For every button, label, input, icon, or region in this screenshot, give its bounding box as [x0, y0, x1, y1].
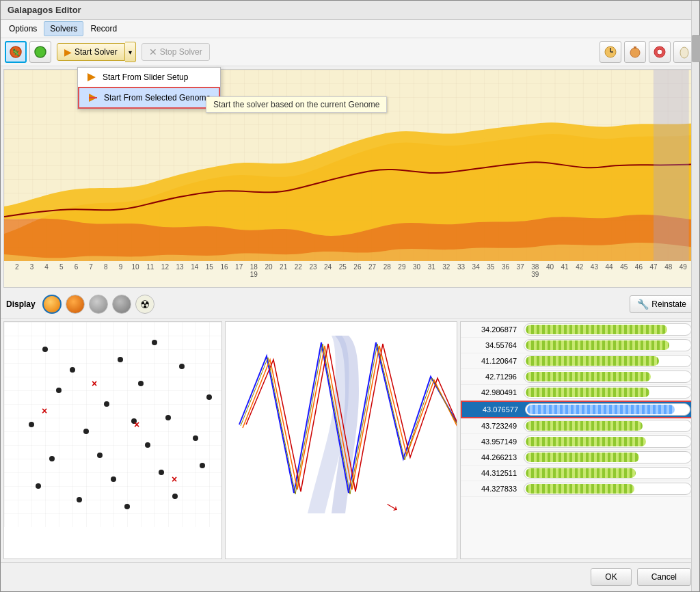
genome-row[interactable]: 44.327833 — [461, 481, 696, 497]
toolbar-timer-icon[interactable] — [624, 41, 646, 63]
x-label: 45 — [617, 263, 632, 278]
x-label: 20 — [261, 263, 276, 278]
genome-bar — [526, 388, 649, 397]
svg-point-27 — [29, 422, 34, 427]
genome-row[interactable]: 34.206877 — [461, 322, 696, 338]
menu-record[interactable]: Record — [85, 22, 122, 36]
genome-scrollbar[interactable] — [691, 321, 697, 559]
genome-row[interactable]: 34.55764 — [461, 338, 696, 353]
svg-point-42 — [172, 494, 178, 499]
svg-text:×: × — [92, 378, 97, 389]
svg-point-34 — [145, 442, 150, 448]
genome-row[interactable]: 43.957149 — [461, 434, 696, 450]
x-label: 48 — [661, 263, 676, 278]
genome-value: 34.206877 — [465, 325, 520, 334]
main-content: 2 3 4 5 6 7 8 9 10 11 12 13 14 15 16 17 … — [1, 66, 699, 562]
toolbar-right-buttons — [600, 41, 695, 63]
svg-point-10 — [680, 47, 688, 58]
toolbar-clock-icon[interactable] — [600, 41, 621, 63]
x-label: 43 — [587, 263, 602, 278]
menu-solvers[interactable]: Solvers — [44, 21, 83, 36]
svg-point-19 — [42, 347, 48, 352]
toolbar-settings-icon[interactable] — [649, 41, 671, 63]
x-label: 36 — [498, 263, 513, 278]
ok-button[interactable]: OK — [591, 568, 631, 586]
genome-value: 44.327833 — [465, 485, 520, 493]
genome-row[interactable]: 42.71296 — [461, 369, 696, 385]
menu-options[interactable]: Options — [3, 22, 42, 36]
cancel-button[interactable]: Cancel — [637, 568, 691, 586]
genome-row[interactable]: 44.312511 — [461, 466, 696, 481]
svg-point-22 — [152, 340, 157, 345]
genome-value: 44.312511 — [465, 469, 520, 477]
genome-icon — [88, 92, 98, 103]
svg-point-36 — [36, 483, 41, 489]
genome-bar-container — [524, 467, 692, 479]
genome-bar — [526, 325, 667, 334]
genome-row-selected[interactable]: 43.076577 — [461, 401, 696, 418]
genome-bar-container — [524, 323, 692, 336]
display-btn-4[interactable] — [112, 295, 131, 314]
reinstate-button[interactable]: 🔧 Reinstate — [630, 295, 694, 313]
stop-solver-button[interactable]: ✕ Stop Solver — [142, 43, 210, 61]
genome-row[interactable]: 42.980491 — [461, 385, 696, 401]
genome-bar-container — [524, 371, 692, 383]
chart-xaxis: 2 3 4 5 6 7 8 9 10 11 12 13 14 15 16 17 … — [4, 263, 696, 278]
svg-point-30 — [165, 415, 171, 420]
start-solver-label: Start Solver — [75, 47, 118, 57]
footer: OK Cancel — [1, 562, 699, 591]
display-btn-2[interactable] — [66, 295, 85, 314]
svg-point-31 — [206, 394, 212, 400]
reinstate-label: Reinstate — [651, 299, 686, 309]
toolbar-btn-left2[interactable] — [29, 41, 51, 63]
start-solver-button[interactable]: ▶ Start Solver — [57, 43, 125, 61]
dropdown-menu: Start From Slider Setup Start From Selec… — [77, 67, 221, 109]
x-label: 12 — [158, 263, 173, 278]
x-label: 25 — [335, 263, 350, 278]
genome-bar — [526, 372, 651, 381]
x-label: 17 — [232, 263, 247, 278]
genome-bar-container — [524, 435, 692, 448]
genome-value-selected: 43.076577 — [466, 405, 521, 414]
x-label: 14 — [187, 263, 202, 278]
display-btn-3[interactable] — [89, 295, 108, 314]
scatter-panel: × × × × — [3, 321, 222, 559]
x-label: 8 — [98, 263, 113, 278]
dropdown-from-genome[interactable]: Start From Selected Genome — [78, 87, 220, 109]
main-window: Galapagos Editor Options Solvers Record … — [0, 0, 700, 592]
genome-bar-container — [524, 339, 692, 351]
x-label: 24 — [321, 263, 336, 278]
play-icon: ▶ — [64, 46, 72, 57]
genome-row[interactable]: 43.723249 — [461, 418, 696, 434]
start-solver-dropdown[interactable]: ▾ — [125, 42, 136, 62]
tooltip-box: Start the solver based on the current Ge… — [206, 96, 387, 113]
svg-point-24 — [104, 401, 109, 407]
genome-value: 42.980491 — [465, 388, 520, 396]
genome-value: 42.71296 — [465, 373, 520, 381]
from-slider-label: Start From Slider Setup — [103, 72, 188, 82]
toolbar-btn-left1[interactable]: 🦎 — [5, 41, 27, 63]
genome-row[interactable]: 44.266213 — [461, 450, 696, 466]
waveform-panel: → — [225, 321, 457, 559]
display-btn-nuclear[interactable]: ☢ — [135, 295, 154, 314]
genome-bar — [526, 453, 639, 462]
svg-point-21 — [118, 357, 123, 362]
genome-bar — [526, 421, 643, 431]
genome-list[interactable]: 34.206877 34.55764 41.120647 — [461, 322, 696, 559]
genome-bar — [526, 340, 669, 350]
genome-bar — [526, 484, 634, 494]
genome-bar-container — [524, 420, 692, 432]
svg-point-32 — [49, 456, 55, 461]
window-title: Galapagos Editor — [8, 5, 81, 15]
svg-text:🦎: 🦎 — [12, 48, 21, 57]
x-label: 30 — [409, 263, 425, 278]
display-btn-1[interactable] — [42, 295, 62, 314]
svg-point-39 — [200, 463, 205, 468]
x-label: 38 39 — [528, 263, 543, 278]
genome-row[interactable]: 41.120647 — [461, 353, 696, 369]
genome-value: 41.120647 — [465, 357, 520, 365]
dropdown-from-slider[interactable]: Start From Slider Setup — [78, 68, 220, 87]
genome-bar-selected — [527, 405, 675, 414]
reinstate-icon: 🔧 — [637, 299, 649, 310]
svg-point-38 — [159, 470, 164, 475]
